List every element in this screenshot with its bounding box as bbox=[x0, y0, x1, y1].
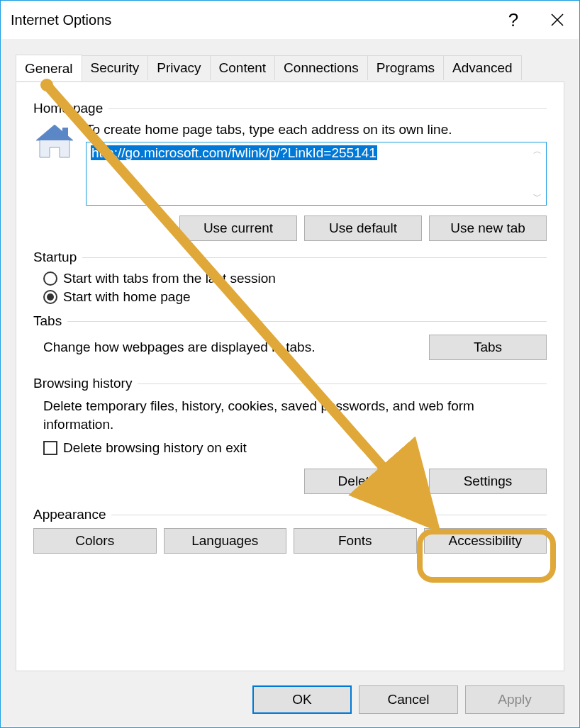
window-title: Internet Options bbox=[11, 12, 491, 28]
tab-security[interactable]: Security bbox=[82, 55, 149, 80]
appearance-legend: Appearance bbox=[33, 507, 111, 522]
tab-connections[interactable]: Connections bbox=[274, 55, 368, 80]
home-page-instruction: To create home page tabs, type each addr… bbox=[86, 122, 547, 138]
tabs-settings-button[interactable]: Tabs bbox=[429, 335, 547, 360]
svg-rect-4 bbox=[62, 128, 68, 138]
titlebar: Internet Options ? bbox=[1, 1, 579, 39]
browsing-history-settings-button[interactable]: Settings bbox=[429, 469, 547, 494]
tab-privacy[interactable]: Privacy bbox=[147, 55, 210, 80]
tab-programs[interactable]: Programs bbox=[367, 55, 444, 80]
close-button[interactable] bbox=[535, 1, 579, 39]
home-page-legend: Home page bbox=[33, 101, 108, 116]
use-new-tab-button[interactable]: Use new tab bbox=[429, 215, 547, 241]
startup-group: Startup Start with tabs from the last se… bbox=[33, 250, 547, 305]
scroll-down-icon: ﹀ bbox=[533, 192, 542, 201]
startup-legend: Startup bbox=[33, 250, 82, 265]
tab-content[interactable]: Content bbox=[210, 55, 276, 80]
home-icon bbox=[33, 122, 76, 241]
use-current-button[interactable]: Use current bbox=[179, 215, 297, 241]
checkbox-icon bbox=[43, 441, 57, 455]
tab-general[interactable]: General bbox=[16, 55, 82, 81]
apply-button[interactable]: Apply bbox=[465, 685, 564, 714]
close-icon bbox=[551, 13, 564, 26]
dialog-button-row: OK Cancel Apply bbox=[252, 685, 564, 714]
client-area: General Security Privacy Content Connect… bbox=[1, 39, 579, 727]
browsing-history-description: Delete temporary files, history, cookies… bbox=[43, 397, 547, 433]
accessibility-button[interactable]: Accessibility bbox=[424, 528, 547, 554]
startup-home-page-radio[interactable]: Start with home page bbox=[43, 289, 547, 305]
internet-options-dialog: Internet Options ? General Security Priv… bbox=[0, 0, 580, 728]
tabs-legend: Tabs bbox=[33, 313, 67, 329]
radio-icon bbox=[43, 290, 57, 304]
home-page-value: http://go.microsoft.com/fwlink/p/?LinkId… bbox=[91, 145, 377, 160]
startup-last-session-radio[interactable]: Start with tabs from the last session bbox=[43, 271, 547, 286]
general-tab-panel: Home page To create home page tabs, type… bbox=[16, 82, 564, 671]
startup-home-page-label: Start with home page bbox=[63, 289, 191, 305]
cancel-button[interactable]: Cancel bbox=[359, 685, 458, 714]
delete-on-exit-label: Delete browsing history on exit bbox=[63, 440, 247, 456]
tabstrip: General Security Privacy Content Connect… bbox=[16, 55, 564, 80]
tab-advanced[interactable]: Advanced bbox=[443, 55, 522, 80]
ok-button[interactable]: OK bbox=[252, 685, 352, 714]
scroll-up-icon: ︿ bbox=[533, 147, 542, 155]
languages-button[interactable]: Languages bbox=[164, 528, 287, 554]
home-page-scrollbar[interactable]: ︿ ﹀ bbox=[529, 142, 546, 205]
fonts-button[interactable]: Fonts bbox=[294, 528, 417, 554]
startup-last-session-label: Start with tabs from the last session bbox=[63, 271, 276, 286]
colors-button[interactable]: Colors bbox=[33, 528, 157, 554]
tabs-group: Tabs Change how webpages are displayed i… bbox=[33, 313, 547, 360]
browsing-history-delete-button[interactable]: Delete... bbox=[304, 469, 422, 494]
use-default-button[interactable]: Use default bbox=[304, 215, 422, 241]
tabs-description: Change how webpages are displayed in tab… bbox=[43, 340, 415, 355]
appearance-group: Appearance Colors Languages Fonts Access… bbox=[33, 507, 547, 554]
delete-on-exit-checkbox[interactable]: Delete browsing history on exit bbox=[43, 440, 547, 456]
radio-icon bbox=[43, 271, 57, 286]
browsing-history-group: Browsing history Delete temporary files,… bbox=[33, 376, 547, 494]
home-page-input[interactable]: http://go.microsoft.com/fwlink/p/?LinkId… bbox=[86, 142, 547, 206]
home-page-group: Home page To create home page tabs, type… bbox=[33, 101, 547, 241]
browsing-history-legend: Browsing history bbox=[33, 376, 138, 391]
help-button[interactable]: ? bbox=[491, 1, 535, 39]
